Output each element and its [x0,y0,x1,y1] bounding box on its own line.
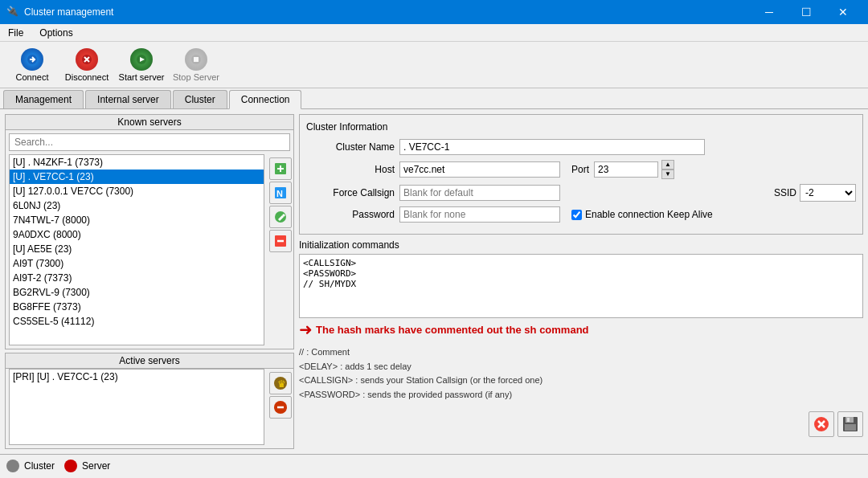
new-server-button[interactable]: N [269,182,292,204]
active-servers-title: Active servers [6,353,293,369]
server-list-item[interactable]: [U] . VE7CC-1 (23) [10,170,264,184]
svg-rect-17 [847,418,850,422]
window-controls: ─ ☐ ✕ [751,0,862,24]
server-list-item[interactable]: 9A0DXC (8000) [10,227,264,242]
known-servers-title: Known servers [6,115,293,130]
disconnect-button[interactable]: Disconnect [61,44,113,86]
port-label: Port [571,164,589,175]
ssid-select[interactable]: -2 -1 0 1 [800,184,856,202]
help-line-1: // : Comment [299,345,863,360]
server-list-item[interactable]: [U] AE5E (23) [10,242,264,256]
promote-server-button[interactable]: ♛ [269,372,292,394]
delete-server-button[interactable] [269,230,292,252]
help-line-2: <DELAY> : adds 1 sec delay [299,360,863,374]
bottom-buttons [299,411,863,437]
known-servers-list: [U] . N4ZKF-1 (7373)[U] . VE7CC-1 (23)[U… [9,154,264,345]
password-input[interactable] [399,206,560,223]
svg-rect-5 [194,57,199,62]
server-list-item[interactable]: 6L0NJ (23) [10,198,264,213]
host-row: Host Port ▲ ▼ [306,160,856,179]
tab-connection[interactable]: Connection [229,90,302,109]
cluster-name-input[interactable] [399,139,705,155]
cluster-name-label: Cluster Name [306,141,395,153]
cluster-name-row: Cluster Name [306,139,856,155]
start-server-label: Start server [119,72,165,82]
red-arrow-icon: ➜ [299,320,313,339]
init-commands-textarea[interactable] [299,254,863,318]
server-list-item[interactable]: CS5SEL-5 (41112) [10,314,264,329]
minimize-button[interactable]: ─ [751,0,788,24]
port-down-button[interactable]: ▼ [661,170,674,179]
svg-text:♛: ♛ [277,378,286,390]
server-list-item[interactable]: 7N4TWL-7 (8000) [10,213,264,227]
connect-button[interactable]: Connect [6,44,58,86]
server-list-item[interactable]: [U] . N4ZKF-1 (7373) [10,155,264,170]
known-servers-controls: N [268,154,293,349]
cluster-status-dot [6,460,19,472]
maximize-button[interactable]: ☐ [788,0,825,24]
disconnect-icon [76,48,98,71]
port-spinner: ▲ ▼ [661,160,674,179]
window-title: Cluster management [24,6,751,18]
options-menu[interactable]: Options [31,26,80,40]
edit-server-button[interactable] [269,206,292,228]
svg-text:N: N [276,189,283,198]
port-input[interactable] [594,161,658,178]
toolbar: Connect Disconnect Start server Stop Ser… [0,42,868,88]
title-bar: 🔌 Cluster management ─ ☐ ✕ [0,0,868,24]
help-line-3: <CALLSIGN> : sends your Station Callsign… [299,374,863,388]
server-list-item[interactable]: AI9T (7300) [10,256,264,271]
tab-bar: Management Internal server Cluster Conne… [0,88,868,109]
init-commands-section: Initialization commands ➜ The hash marks… [299,239,863,449]
cancel-button[interactable] [809,411,834,437]
stop-server-button[interactable]: Stop Server [170,44,222,86]
connect-icon [21,48,43,71]
help-line-4: <PASSWORD> : sends the provided password… [299,388,863,402]
search-input[interactable] [9,133,290,151]
server-list-item[interactable]: BG8FFE (7373) [10,300,264,314]
server-status-dot [64,460,77,472]
menu-bar: File Options [0,24,868,42]
app-icon: 🔌 [6,6,19,18]
disconnect-label: Disconnect [65,72,108,82]
server-status-item: Server [64,460,110,472]
cluster-status-label: Cluster [24,460,55,472]
add-server-button[interactable] [269,157,292,180]
cluster-info-title: Cluster Information [306,121,856,133]
server-status-label: Server [82,460,110,472]
init-commands-area: ➜ The hash marks have commented out the … [299,254,863,339]
tab-cluster[interactable]: Cluster [173,90,227,108]
force-callsign-input[interactable] [399,185,560,201]
server-list-container: [U] . N4ZKF-1 (7373)[U] . VE7CC-1 (23)[U… [6,154,293,349]
left-panel: Known servers [U] . N4ZKF-1 (7373)[U] . … [5,114,294,449]
right-panel: Cluster Information Cluster Name Host Po… [299,114,863,449]
arrow-annotation: ➜ The hash marks have commented out the … [299,320,863,339]
server-list-item[interactable]: [U] 127.0.0.1 VE7CC (7300) [10,184,264,198]
tab-internal-server[interactable]: Internal server [85,90,171,108]
start-server-icon [130,48,153,71]
stop-server-label: Stop Server [173,72,219,82]
host-input[interactable] [399,161,560,178]
keep-alive-label[interactable]: Enable connection Keep Alive [571,209,713,220]
start-server-button[interactable]: Start server [116,44,167,86]
known-servers-panel: Known servers [U] . N4ZKF-1 (7373)[U] . … [5,114,294,349]
active-server-item[interactable]: [PRI] [U] . VE7CC-1 (23) [10,370,264,384]
keep-alive-checkbox[interactable] [571,210,582,220]
close-button[interactable]: ✕ [825,0,862,24]
remove-active-button[interactable] [269,396,292,419]
port-up-button[interactable]: ▲ [661,160,674,170]
server-list-item[interactable]: BG2RVL-9 (7300) [10,285,264,300]
file-menu[interactable]: File [0,26,31,40]
init-commands-title: Initialization commands [299,239,863,251]
svg-rect-18 [845,424,856,431]
save-button[interactable] [837,411,863,437]
ssid-label: SSID [774,187,796,198]
host-label: Host [306,164,395,175]
server-list-item[interactable]: AI9T-2 (7373) [10,271,264,285]
tab-management[interactable]: Management [3,90,84,108]
status-bar: Cluster Server [0,454,868,476]
force-callsign-row: Force Callsign SSID -2 -1 0 1 [306,184,856,202]
annotation-text: The hash marks have commented out the sh… [316,324,589,336]
force-callsign-label: Force Callsign [306,187,395,198]
active-servers-controls: ♛ [268,369,293,448]
